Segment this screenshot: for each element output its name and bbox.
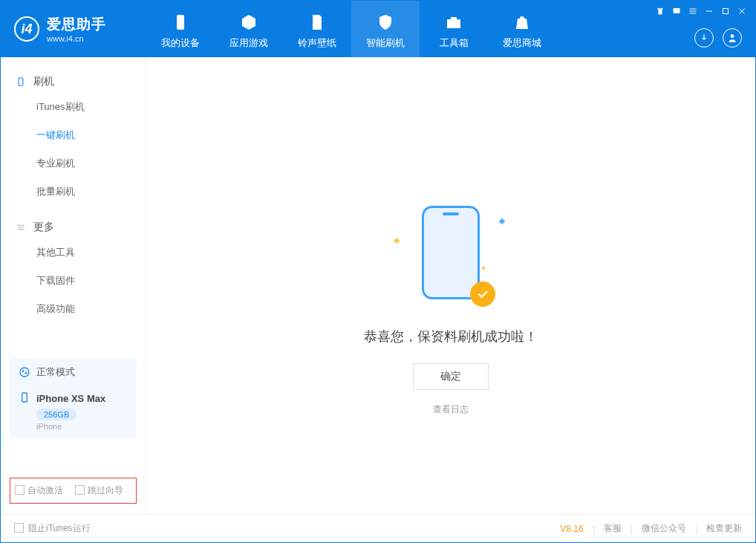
download-button[interactable] xyxy=(694,28,714,48)
checkbox-skip-guide[interactable]: 跳过向导 xyxy=(75,484,123,497)
svg-rect-8 xyxy=(22,393,27,402)
flash-options: 自动激活 跳过向导 xyxy=(10,478,137,504)
footer-link-wechat[interactable]: 微信公众号 xyxy=(642,522,686,535)
tab-label: 我的设备 xyxy=(161,36,200,50)
device-card[interactable]: iPhone XS Max 256GB iPhone xyxy=(10,384,137,438)
sidebar-item-oneclick-flash[interactable]: 一键刷机 xyxy=(1,121,146,149)
svg-rect-0 xyxy=(177,15,184,30)
check-badge-icon xyxy=(470,282,495,307)
user-controls xyxy=(694,28,746,48)
tab-flash[interactable]: 智能刷机 xyxy=(351,1,420,57)
ok-button[interactable]: 确定 xyxy=(413,363,489,390)
close-button[interactable] xyxy=(737,7,746,18)
tab-my-device[interactable]: 我的设备 xyxy=(146,1,215,57)
version-label: V8.16 xyxy=(560,524,583,534)
svg-rect-1 xyxy=(674,8,680,13)
sidebar-item-download-firmware[interactable]: 下载固件 xyxy=(1,267,146,295)
svg-point-5 xyxy=(20,368,29,377)
tab-label: 应用游戏 xyxy=(229,36,268,50)
main-tabs: 我的设备 应用游戏 铃声壁纸 智能刷机 工具箱 爱思商城 xyxy=(146,1,556,57)
tab-label: 智能刷机 xyxy=(366,36,405,50)
svg-point-6 xyxy=(22,370,25,372)
brand-logo-icon: i4 xyxy=(14,16,39,42)
svg-rect-2 xyxy=(723,9,729,14)
mode-icon xyxy=(19,366,30,378)
tab-ringtones[interactable]: 铃声壁纸 xyxy=(283,1,351,57)
brand: i4 爱思助手 www.i4.cn xyxy=(1,1,146,57)
sidebar-section-flash: 刷机 xyxy=(1,71,146,93)
footer-link-update[interactable]: 检查更新 xyxy=(706,522,742,535)
mode-card[interactable]: 正常模式 xyxy=(10,358,137,386)
device-phone-icon xyxy=(19,391,36,406)
list-icon xyxy=(16,222,26,233)
tab-apps[interactable]: 应用游戏 xyxy=(215,1,283,57)
tab-store[interactable]: 爱思商城 xyxy=(488,1,556,57)
checkbox-auto-activate[interactable]: 自动激活 xyxy=(15,484,63,497)
header-right xyxy=(656,1,755,57)
shield-refresh-icon xyxy=(376,13,395,32)
sidebar-item-pro-flash[interactable]: 专业刷机 xyxy=(1,149,146,178)
sidebar-item-itunes-flash[interactable]: iTunes刷机 xyxy=(1,93,146,121)
svg-point-7 xyxy=(25,372,27,374)
mode-label: 正常模式 xyxy=(36,365,75,379)
minimize-button[interactable] xyxy=(705,7,714,18)
view-log-link[interactable]: 查看日志 xyxy=(364,403,538,416)
tshirt-icon[interactable] xyxy=(656,7,665,18)
sidebar-item-batch-flash[interactable]: 批量刷机 xyxy=(1,178,146,206)
device-type: iPhone xyxy=(36,422,128,431)
footer-link-support[interactable]: 客服 xyxy=(604,522,622,535)
toolbox-icon xyxy=(444,13,463,32)
sidebar-item-advanced[interactable]: 高级功能 xyxy=(1,295,146,323)
feedback-icon[interactable] xyxy=(672,7,681,18)
brand-name: 爱思助手 xyxy=(47,15,106,34)
bag-icon xyxy=(512,13,532,32)
menu-icon[interactable] xyxy=(688,7,697,18)
brand-url: www.i4.cn xyxy=(47,34,106,43)
music-file-icon xyxy=(307,13,327,32)
device-name: iPhone XS Max xyxy=(36,393,105,404)
phone-outline-icon xyxy=(16,77,26,87)
status-bar: 阻止iTunes运行 V8.16 | 客服 | 微信公众号 | 检查更新 xyxy=(1,514,755,542)
phone-icon xyxy=(171,13,190,32)
storage-badge: 256GB xyxy=(36,409,76,420)
app-header: i4 爱思助手 www.i4.cn 我的设备 应用游戏 铃声壁纸 智能刷机 工具… xyxy=(1,1,755,57)
success-message: 恭喜您，保资料刷机成功啦！ xyxy=(364,328,538,345)
phone-graphic-icon xyxy=(422,206,480,299)
success-illustration xyxy=(384,206,518,310)
maximize-button[interactable] xyxy=(721,7,730,18)
user-button[interactable] xyxy=(723,28,742,48)
svg-point-3 xyxy=(731,34,734,38)
tab-label: 铃声壁纸 xyxy=(298,36,336,50)
main-content: 恭喜您，保资料刷机成功啦！ 确定 查看日志 xyxy=(146,57,755,514)
window-controls xyxy=(656,7,746,18)
checkbox-stop-itunes[interactable]: 阻止iTunes运行 xyxy=(14,522,91,535)
svg-rect-4 xyxy=(19,78,23,86)
result-panel: 恭喜您，保资料刷机成功啦！ 确定 查看日志 xyxy=(364,206,538,416)
sidebar: 刷机 iTunes刷机 一键刷机 专业刷机 批量刷机 更多 其他工具 下载固件 … xyxy=(1,57,146,514)
tab-toolbox[interactable]: 工具箱 xyxy=(420,1,488,57)
tab-label: 工具箱 xyxy=(440,36,469,50)
sidebar-section-more: 更多 xyxy=(1,216,146,238)
sidebar-item-other-tools[interactable]: 其他工具 xyxy=(1,238,146,267)
tab-label: 爱思商城 xyxy=(503,36,541,50)
cube-icon xyxy=(239,13,258,32)
